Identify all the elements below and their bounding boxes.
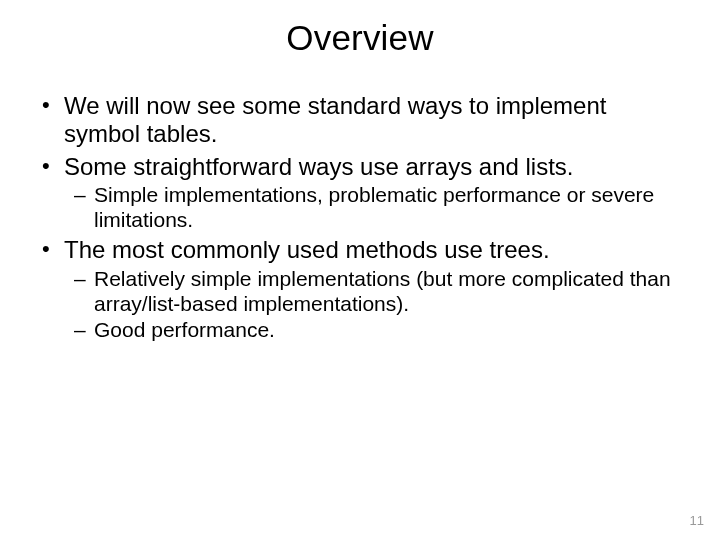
slide-title: Overview xyxy=(34,18,686,58)
bullet-item: We will now see some standard ways to im… xyxy=(64,92,686,149)
sub-bullet-text: Good performance. xyxy=(94,318,275,341)
sub-bullet-text: Relatively simple implementations (but m… xyxy=(94,267,671,315)
bullet-text: The most commonly used methods use trees… xyxy=(64,236,550,263)
bullet-list: We will now see some standard ways to im… xyxy=(34,92,686,343)
sub-bullet-item: Relatively simple implementations (but m… xyxy=(94,267,686,317)
bullet-item: Some straightforward ways use arrays and… xyxy=(64,153,686,233)
sub-bullet-text: Simple implementations, problematic perf… xyxy=(94,183,654,231)
bullet-text: Some straightforward ways use arrays and… xyxy=(64,153,574,180)
sub-bullet-item: Good performance. xyxy=(94,318,686,343)
sub-bullet-list: Simple implementations, problematic perf… xyxy=(64,183,686,233)
bullet-item: The most commonly used methods use trees… xyxy=(64,236,686,343)
bullet-text: We will now see some standard ways to im… xyxy=(64,92,606,147)
sub-bullet-item: Simple implementations, problematic perf… xyxy=(94,183,686,233)
sub-bullet-list: Relatively simple implementations (but m… xyxy=(64,267,686,343)
slide: Overview We will now see some standard w… xyxy=(0,0,720,540)
page-number: 11 xyxy=(690,513,704,528)
